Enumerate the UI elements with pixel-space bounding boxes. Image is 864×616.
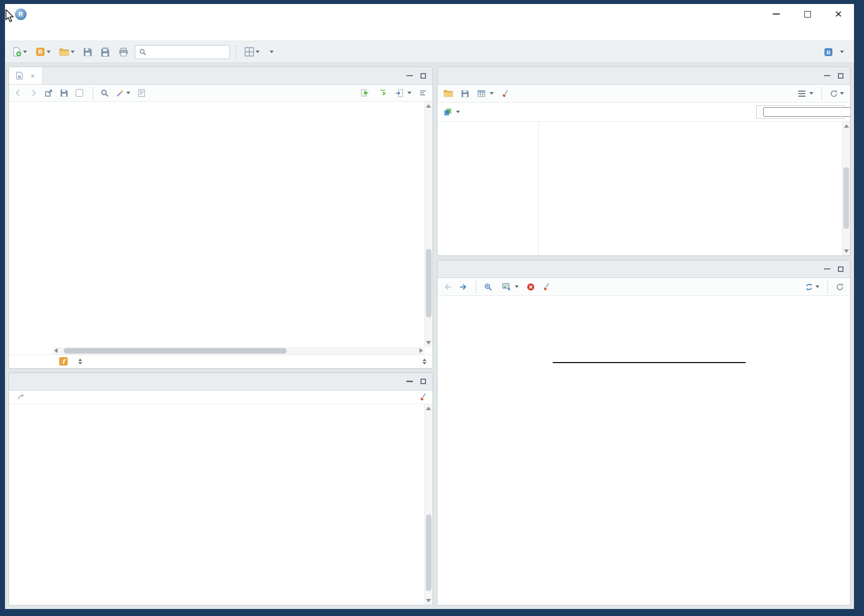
minimize-button[interactable]: [761, 4, 792, 24]
addins-button[interactable]: [266, 49, 276, 55]
scrollbar-thumb[interactable]: [843, 167, 849, 229]
toolbar-separator: [821, 87, 822, 100]
maximize-pane-icon[interactable]: [838, 266, 843, 272]
publish-button[interactable]: [803, 282, 821, 292]
maximize-button[interactable]: [792, 4, 823, 24]
minimize-pane-icon[interactable]: [406, 381, 413, 382]
code-tools-button[interactable]: [115, 88, 132, 98]
console-vertical-scrollbar[interactable]: [424, 404, 433, 605]
save-all-icon: [101, 47, 110, 57]
clear-environment-button[interactable]: [500, 89, 511, 99]
previous-plot-button[interactable]: [442, 282, 453, 291]
console-body: [9, 404, 433, 605]
next-plot-button[interactable]: [458, 282, 469, 291]
editor-horizontal-scrollbar[interactable]: [53, 347, 424, 355]
load-workspace-button[interactable]: [442, 89, 455, 98]
code-editor[interactable]: [9, 102, 424, 347]
run-button[interactable]: [359, 88, 373, 98]
document-outline-button[interactable]: [417, 88, 428, 98]
maximize-pane-icon[interactable]: [420, 73, 426, 79]
forward-arrow-icon: [30, 89, 37, 97]
save-workspace-button[interactable]: [460, 89, 471, 99]
new-project-button[interactable]: R: [34, 46, 53, 58]
file-type-selector-icon[interactable]: [422, 359, 426, 365]
environment-toolbar: [438, 85, 850, 103]
source-on-save-checkbox[interactable]: [74, 88, 87, 98]
search-icon: [101, 89, 109, 97]
scroll-up-icon[interactable]: [426, 407, 431, 410]
rerun-button[interactable]: [377, 88, 389, 98]
scroll-down-icon[interactable]: [426, 341, 431, 345]
new-file-icon: [12, 47, 22, 57]
scroll-up-icon[interactable]: [844, 124, 849, 128]
sync-arrows-icon: [805, 283, 813, 291]
chevron-down-icon: [490, 92, 494, 95]
plots-tabstrip: [438, 260, 850, 278]
tab-source-file[interactable]: R ×: [9, 67, 43, 84]
environment-vertical-scrollbar[interactable]: [842, 122, 850, 255]
scrollbar-thumb[interactable]: [64, 348, 287, 354]
scrollbar-thumb[interactable]: [426, 514, 431, 591]
checkbox-icon: [76, 89, 83, 97]
editor-vertical-scrollbar[interactable]: [424, 102, 433, 347]
back-arrow-icon: [15, 89, 22, 97]
save-button[interactable]: [81, 46, 94, 58]
refresh-plot-button[interactable]: [834, 282, 845, 292]
project-selector[interactable]: R: [824, 48, 849, 57]
chevron-down-icon: [71, 51, 75, 53]
global-environment-icon: [444, 108, 452, 116]
scroll-down-icon[interactable]: [426, 599, 431, 602]
save-all-button[interactable]: [99, 46, 112, 58]
column-divider: [538, 122, 539, 255]
minimize-pane-icon[interactable]: [824, 75, 830, 77]
back-button[interactable]: [13, 88, 24, 98]
save-button[interactable]: [59, 88, 70, 98]
source-button[interactable]: [393, 88, 413, 98]
environment-scope-selector[interactable]: [442, 107, 462, 117]
scroll-down-icon[interactable]: [844, 249, 849, 253]
remove-plot-button[interactable]: [525, 282, 536, 292]
open-folder-icon: [444, 90, 453, 97]
workspace-panes-button[interactable]: [243, 46, 262, 58]
scroll-up-icon[interactable]: [426, 104, 431, 108]
export-plot-button[interactable]: [501, 282, 520, 291]
scrollbar-thumb[interactable]: [426, 249, 431, 318]
scroll-right-icon[interactable]: [419, 348, 423, 353]
broom-icon: [502, 90, 510, 98]
compile-report-button[interactable]: [136, 88, 147, 98]
console-output[interactable]: [9, 404, 424, 605]
close-button[interactable]: ×: [823, 4, 854, 24]
environment-search-input[interactable]: [763, 107, 850, 117]
zoom-plot-button[interactable]: [483, 282, 496, 292]
import-table-icon: [477, 90, 486, 98]
print-button[interactable]: [117, 46, 130, 58]
refresh-environment-button[interactable]: [828, 89, 845, 99]
clear-all-plots-button[interactable]: [541, 282, 552, 292]
clear-console-broom-icon[interactable]: [419, 393, 427, 401]
show-in-new-window-button[interactable]: [43, 88, 54, 98]
goto-file-function-field[interactable]: [135, 45, 230, 59]
minimize-pane-icon[interactable]: [406, 75, 413, 77]
open-folder-icon: [59, 48, 69, 56]
close-icon[interactable]: ×: [31, 72, 35, 80]
goto-directory-icon[interactable]: [18, 394, 25, 400]
new-file-button[interactable]: [10, 46, 29, 58]
minimize-pane-icon[interactable]: [824, 268, 830, 270]
export-image-icon: [502, 283, 511, 290]
maximize-pane-icon[interactable]: [838, 73, 843, 79]
editor-status-bar: f: [9, 355, 433, 368]
forward-button[interactable]: [28, 88, 39, 98]
mouse-cursor: [4, 10, 16, 23]
back-arrow-icon: [444, 283, 452, 290]
environment-search-box[interactable]: [756, 105, 845, 119]
goto-file-function-input[interactable]: [149, 48, 225, 56]
scroll-left-icon[interactable]: [54, 348, 58, 353]
refresh-icon: [836, 283, 844, 291]
toolbar-separator: [827, 280, 828, 293]
environment-view-mode-button[interactable]: [797, 90, 815, 98]
import-dataset-button[interactable]: [476, 89, 495, 99]
maximize-pane-icon[interactable]: [420, 379, 426, 384]
scope-selector-icon[interactable]: [78, 359, 82, 365]
find-replace-button[interactable]: [99, 88, 110, 98]
open-file-button[interactable]: [57, 47, 77, 58]
